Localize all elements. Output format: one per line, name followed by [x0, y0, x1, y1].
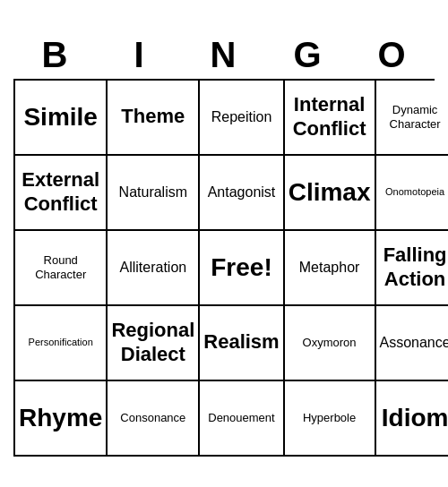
- cell-text: Climax: [289, 177, 371, 208]
- cell-text: Antagonist: [208, 184, 276, 201]
- cell-text: Free!: [211, 252, 271, 283]
- cell-text: Falling Action: [380, 244, 449, 291]
- cell-text: Metaphor: [299, 259, 360, 276]
- bingo-card: BINGO SimileThemeRepeitionInternal Confl…: [13, 31, 435, 457]
- cell-text: Internal Conflict: [289, 93, 371, 141]
- bingo-cell: Dynamic Character: [376, 81, 449, 156]
- bingo-cell: External Conflict: [15, 156, 108, 231]
- bingo-cell: Internal Conflict: [285, 81, 376, 156]
- bingo-cell: Oxymoron: [285, 306, 376, 381]
- bingo-cell: Realism: [200, 306, 284, 381]
- bingo-cell: Simile: [15, 81, 108, 156]
- header-letter: B: [13, 31, 98, 79]
- bingo-cell: Hyperbole: [285, 381, 376, 457]
- cell-text: Naturalism: [119, 184, 187, 201]
- header-letter: O: [350, 31, 435, 79]
- cell-text: Repeition: [211, 108, 272, 125]
- cell-text: External Conflict: [19, 168, 102, 216]
- cell-text: Consonance: [120, 411, 185, 425]
- cell-text: Oxymoron: [303, 336, 357, 350]
- bingo-cell: Denouement: [200, 381, 284, 457]
- bingo-cell: Falling Action: [376, 231, 449, 306]
- bingo-cell: Antagonist: [200, 156, 284, 231]
- bingo-cell: Onomotopeia: [376, 156, 449, 231]
- bingo-cell: Climax: [285, 156, 376, 231]
- bingo-cell: Personification: [15, 306, 108, 381]
- header-letter: G: [266, 31, 350, 79]
- cell-text: Theme: [121, 105, 185, 128]
- bingo-cell: Theme: [108, 81, 200, 156]
- cell-text: Dynamic Character: [380, 103, 449, 131]
- bingo-cell: Idiom: [376, 381, 449, 457]
- cell-text: Denouement: [208, 411, 274, 425]
- cell-text: Onomotopeia: [385, 186, 444, 198]
- cell-text: Realism: [203, 330, 279, 354]
- cell-text: Rhyme: [19, 403, 102, 433]
- bingo-cell: Regional Dialect: [108, 306, 200, 381]
- bingo-cell: Repeition: [200, 81, 284, 156]
- cell-text: Regional Dialect: [111, 319, 194, 366]
- bingo-cell: Consonance: [108, 381, 200, 457]
- cell-text: Round Character: [19, 253, 102, 281]
- bingo-cell: Alliteration: [108, 231, 200, 306]
- bingo-cell: Rhyme: [15, 381, 108, 457]
- bingo-header: BINGO: [13, 31, 435, 79]
- bingo-cell: Free!: [200, 231, 284, 306]
- header-letter: N: [182, 31, 266, 79]
- bingo-cell: Round Character: [15, 231, 108, 306]
- cell-text: Idiom: [382, 403, 448, 433]
- bingo-cell: Assonance: [376, 306, 449, 381]
- bingo-cell: Naturalism: [108, 156, 200, 231]
- cell-text: Personification: [29, 337, 93, 348]
- bingo-cell: Metaphor: [285, 231, 376, 306]
- header-letter: I: [98, 31, 182, 79]
- cell-text: Hyperbole: [303, 411, 356, 425]
- cell-text: Simile: [23, 102, 97, 132]
- bingo-grid: SimileThemeRepeitionInternal ConflictDyn…: [13, 79, 435, 457]
- cell-text: Assonance: [380, 334, 449, 351]
- cell-text: Alliteration: [119, 259, 186, 276]
